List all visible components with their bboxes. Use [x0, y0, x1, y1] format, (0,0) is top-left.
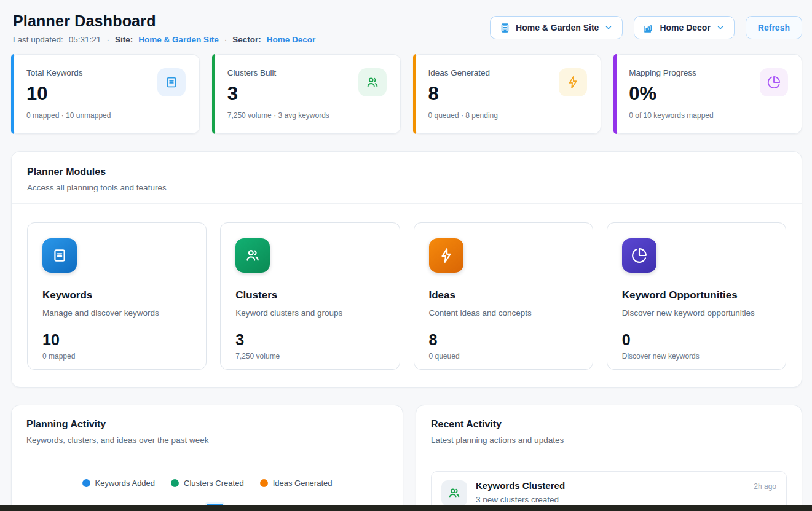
planner-modules-header: Planner Modules Access all planning tool…	[12, 152, 802, 203]
legend-item-ideas-generated[interactable]: Ideas Generated	[260, 478, 333, 488]
page-title: Planner Dashboard	[13, 12, 315, 30]
meta-separator: ·	[224, 35, 227, 44]
module-value: 0	[622, 331, 771, 349]
bottom-window-edge	[0, 505, 812, 511]
site-selector-label: Home & Garden Site	[516, 23, 599, 33]
module-title: Ideas	[429, 289, 578, 302]
chevron-down-icon	[716, 23, 725, 32]
activity-description: 3 new clusters created	[476, 495, 776, 504]
stat-subtext: 0 of 10 keywords mapped	[629, 111, 787, 120]
module-description: Content ideas and concepts	[429, 308, 578, 318]
chart-legend: Keywords Added Clusters Created Ideas Ge…	[12, 478, 403, 488]
legend-dot-icon	[260, 479, 268, 487]
refresh-button[interactable]: Refresh	[746, 16, 802, 39]
last-updated-label: Last updated:	[13, 35, 63, 44]
site-label: Site:	[115, 35, 133, 44]
users-icon	[358, 68, 387, 96]
module-title: Keywords	[42, 289, 191, 302]
file-text-icon	[42, 238, 77, 273]
legend-dot-icon	[171, 479, 179, 487]
planner-dashboard-page: Planner Dashboard Last updated: 05:31:21…	[0, 0, 812, 511]
module-value: 8	[429, 331, 578, 349]
meta-separator: ·	[106, 35, 109, 44]
planner-modules-title: Planner Modules	[27, 166, 786, 177]
last-updated-value: 05:31:21	[69, 35, 101, 44]
planning-activity-subtitle: Keywords, clusters, and ideas over the p…	[26, 435, 388, 445]
module-value: 3	[235, 331, 384, 349]
module-label: Discover new keywords	[622, 352, 771, 361]
stat-card-clusters-built: Clusters Built 3 7,250 volume · 3 avg ke…	[212, 54, 401, 134]
legend-label: Clusters Created	[184, 478, 244, 488]
recent-activity-subtitle: Latest planning actions and updates	[431, 435, 787, 445]
module-title: Clusters	[235, 289, 384, 302]
recent-activity-panel: Recent Activity Latest planning actions …	[416, 405, 802, 511]
module-description: Manage and discover keywords	[42, 308, 191, 318]
pie-chart-icon	[622, 238, 656, 273]
sector-link[interactable]: Home Decor	[267, 35, 316, 44]
meta-line: Last updated: 05:31:21 · Site: Home & Ga…	[13, 35, 315, 44]
planner-modules-section: Planner Modules Access all planning tool…	[11, 151, 802, 388]
legend-dot-icon	[82, 479, 90, 487]
site-link[interactable]: Home & Garden Site	[138, 35, 219, 44]
module-card-ideas[interactable]: Ideas Content ideas and concepts 8 0 que…	[414, 222, 593, 370]
module-label: 0 queued	[429, 352, 578, 361]
bar-chart-icon	[644, 23, 654, 33]
planner-modules-subtitle: Access all planning tools and features	[27, 183, 786, 192]
sector-selector-label: Home Decor	[660, 23, 710, 33]
recent-activity-title: Recent Activity	[431, 419, 787, 430]
activity-body: Keywords Clustered 2h ago 3 new clusters…	[476, 480, 776, 506]
planning-activity-panel: Planning Activity Keywords, clusters, an…	[11, 405, 403, 511]
building-icon	[500, 23, 510, 33]
stat-card-total-keywords: Total Keywords 10 0 mapped · 10 unmapped	[11, 54, 200, 134]
users-icon	[441, 480, 467, 506]
legend-item-keywords-added[interactable]: Keywords Added	[82, 478, 156, 488]
site-selector-dropdown[interactable]: Home & Garden Site	[490, 16, 623, 39]
module-label: 0 mapped	[42, 352, 191, 361]
bottom-row: Planning Activity Keywords, clusters, an…	[11, 405, 802, 511]
module-title: Keyword Opportunities	[622, 289, 771, 302]
legend-item-clusters-created[interactable]: Clusters Created	[171, 478, 244, 488]
activity-timestamp: 2h ago	[754, 482, 776, 491]
recent-activity-header: Recent Activity Latest planning actions …	[416, 405, 802, 456]
stat-card-ideas-generated: Ideas Generated 8 0 queued · 8 pending	[413, 54, 602, 134]
modules-grid: Keywords Manage and discover keywords 10…	[12, 204, 802, 387]
legend-label: Ideas Generated	[273, 478, 333, 488]
module-value: 10	[42, 331, 191, 349]
activity-top-row: Keywords Clustered 2h ago	[476, 480, 776, 491]
chevron-down-icon	[604, 23, 613, 32]
module-card-keyword-opportunities[interactable]: Keyword Opportunities Discover new keywo…	[607, 222, 786, 370]
stat-subtext: 7,250 volume · 3 avg keywords	[227, 111, 385, 120]
planning-activity-header: Planning Activity Keywords, clusters, an…	[12, 405, 403, 456]
sector-label: Sector:	[232, 35, 261, 44]
planning-activity-title: Planning Activity	[26, 419, 388, 430]
file-text-icon	[157, 68, 186, 96]
stats-row: Total Keywords 10 0 mapped · 10 unmapped…	[11, 54, 802, 134]
sector-selector-dropdown[interactable]: Home Decor	[634, 16, 734, 39]
activity-title: Keywords Clustered	[476, 480, 565, 491]
module-card-clusters[interactable]: Clusters Keyword clusters and groups 3 7…	[220, 222, 400, 370]
activity-chart: Keywords Added Clusters Created Ideas Ge…	[12, 456, 403, 511]
page-header: Planner Dashboard Last updated: 05:31:21…	[11, 12, 802, 44]
zap-icon	[559, 68, 587, 96]
activity-list: Keywords Clustered 2h ago 3 new clusters…	[416, 456, 802, 511]
stat-subtext: 0 queued · 8 pending	[428, 111, 586, 120]
module-description: Discover new keyword opportunities	[622, 308, 771, 318]
legend-label: Keywords Added	[95, 478, 156, 488]
module-card-keywords[interactable]: Keywords Manage and discover keywords 10…	[27, 222, 207, 370]
stat-subtext: 0 mapped · 10 unmapped	[26, 111, 184, 120]
users-icon	[235, 238, 270, 273]
header-left: Planner Dashboard Last updated: 05:31:21…	[13, 12, 315, 44]
zap-icon	[429, 238, 463, 273]
stat-card-mapping-progress: Mapping Progress 0% 0 of 10 keywords map…	[613, 54, 802, 134]
module-description: Keyword clusters and groups	[235, 308, 384, 318]
pie-chart-icon	[760, 68, 788, 96]
header-controls: Home & Garden Site Home Decor Refresh	[490, 16, 802, 39]
module-label: 7,250 volume	[235, 352, 384, 361]
